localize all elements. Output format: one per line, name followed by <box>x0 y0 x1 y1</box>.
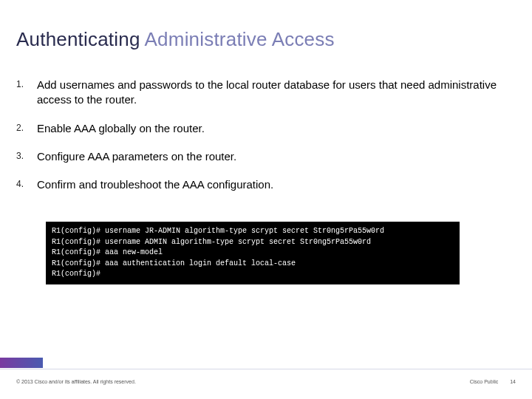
list-item: 4. Confirm and troubleshoot the AAA conf… <box>16 177 502 192</box>
step-text: Add usernames and passwords to the local… <box>37 78 502 108</box>
step-number: 4. <box>16 177 37 192</box>
step-number: 2. <box>16 121 37 136</box>
slide-title: Authenticating Administrative Access <box>16 28 335 51</box>
list-item: 1. Add usernames and passwords to the lo… <box>16 78 502 108</box>
list-item: 2. Enable AAA globally on the router. <box>16 121 502 136</box>
footer-divider <box>0 369 532 369</box>
page-number: 14 <box>510 379 516 384</box>
steps-list: 1. Add usernames and passwords to the lo… <box>16 78 502 205</box>
slide: Authenticating Administrative Access 1. … <box>0 0 532 399</box>
step-number: 1. <box>16 78 37 108</box>
copyright-text: © 2013 Cisco and/or its affiliates. All … <box>16 379 136 384</box>
footer-label: Cisco Public <box>470 379 499 384</box>
step-text: Configure AAA parameters on the router. <box>37 149 236 164</box>
footer-accent-bar <box>0 358 43 368</box>
step-text: Enable AAA globally on the router. <box>37 121 205 136</box>
terminal-output: R1(config)# username JR-ADMIN algorithm-… <box>46 222 460 284</box>
step-number: 3. <box>16 149 37 164</box>
step-text: Confirm and troubleshoot the AAA configu… <box>37 177 273 192</box>
title-part1: Authenticating <box>16 28 145 50</box>
title-part2: Administrative Access <box>145 28 335 50</box>
footer-right: Cisco Public 14 <box>470 379 516 384</box>
list-item: 3. Configure AAA parameters on the route… <box>16 149 502 164</box>
